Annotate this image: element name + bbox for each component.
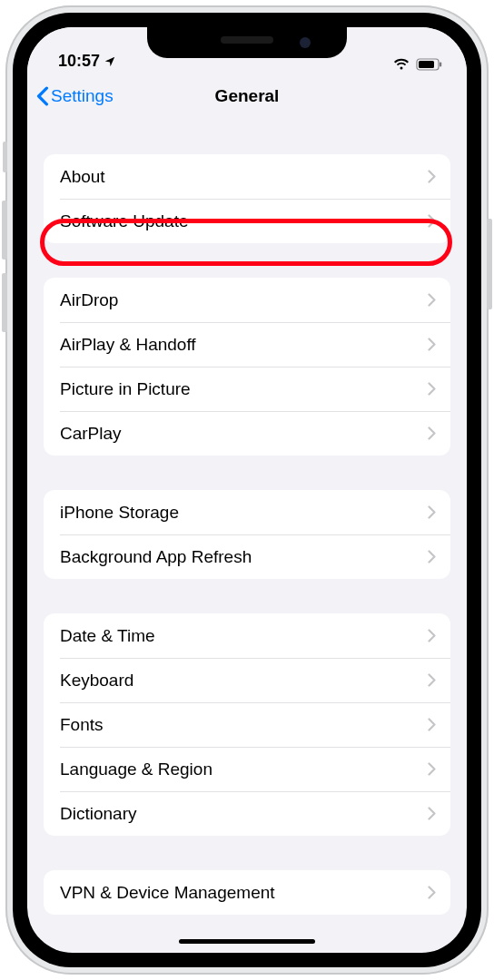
- row-about[interactable]: About: [44, 154, 450, 199]
- row-label: iPhone Storage: [60, 503, 179, 523]
- status-time: 10:57: [58, 52, 100, 71]
- row-date-time[interactable]: Date & Time: [44, 613, 450, 658]
- row-label: AirDrop: [60, 290, 118, 310]
- phone-frame: 10:57: [5, 5, 489, 975]
- chevron-right-icon: [428, 505, 436, 519]
- row-label: Dictionary: [60, 804, 136, 824]
- status-icons: [392, 58, 443, 71]
- chevron-right-icon: [428, 382, 436, 396]
- chevron-right-icon: [428, 718, 436, 731]
- row-vpn-device-management[interactable]: VPN & Device Management: [44, 870, 450, 915]
- row-label: AirPlay & Handoff: [60, 335, 196, 355]
- chevron-right-icon: [428, 214, 436, 228]
- row-label: Language & Region: [60, 760, 212, 779]
- row-dictionary[interactable]: Dictionary: [44, 791, 450, 836]
- row-label: Date & Time: [60, 626, 155, 646]
- row-airplay-handoff[interactable]: AirPlay & Handoff: [44, 322, 450, 367]
- chevron-right-icon: [428, 886, 436, 899]
- home-indicator[interactable]: [179, 939, 315, 944]
- settings-group: iPhone StorageBackground App Refresh: [44, 490, 450, 579]
- row-carplay[interactable]: CarPlay: [44, 411, 450, 456]
- row-iphone-storage[interactable]: iPhone Storage: [44, 490, 450, 534]
- back-button[interactable]: Settings: [36, 86, 114, 106]
- back-label: Settings: [51, 86, 114, 106]
- notch: [147, 27, 347, 58]
- svg-rect-1: [440, 63, 441, 67]
- row-label: Fonts: [60, 715, 104, 735]
- settings-group: Date & TimeKeyboardFontsLanguage & Regio…: [44, 613, 450, 836]
- chevron-right-icon: [428, 293, 436, 307]
- screen: 10:57: [27, 27, 467, 953]
- chevron-right-icon: [428, 629, 436, 642]
- volume-down-button: [2, 273, 7, 332]
- row-label: CarPlay: [60, 424, 122, 444]
- location-arrow-icon: [104, 55, 116, 68]
- battery-icon: [416, 58, 443, 71]
- page-title: General: [215, 86, 280, 106]
- row-airdrop[interactable]: AirDrop: [44, 278, 450, 322]
- row-label: VPN & Device Management: [60, 883, 275, 903]
- row-label: Picture in Picture: [60, 379, 191, 399]
- row-label: About: [60, 167, 105, 187]
- settings-group: AboutSoftware Update: [44, 154, 450, 243]
- chevron-left-icon: [36, 86, 49, 106]
- chevron-right-icon: [428, 807, 436, 820]
- settings-content: AboutSoftware UpdateAirDropAirPlay & Han…: [27, 154, 467, 915]
- row-background-app-refresh[interactable]: Background App Refresh: [44, 534, 450, 579]
- svg-rect-2: [419, 61, 434, 68]
- chevron-right-icon: [428, 673, 436, 687]
- navigation-bar: Settings General: [27, 73, 467, 120]
- speaker-grille: [221, 36, 273, 44]
- chevron-right-icon: [428, 550, 436, 564]
- settings-group: VPN & Device Management: [44, 870, 450, 915]
- row-picture-in-picture[interactable]: Picture in Picture: [44, 367, 450, 411]
- row-label: Software Update: [60, 211, 189, 231]
- settings-group: AirDropAirPlay & HandoffPicture in Pictu…: [44, 278, 450, 456]
- status-time-area: 10:57: [58, 52, 116, 71]
- mute-switch: [3, 142, 7, 172]
- row-label: Background App Refresh: [60, 547, 252, 567]
- row-fonts[interactable]: Fonts: [44, 702, 450, 747]
- row-language-region[interactable]: Language & Region: [44, 747, 450, 791]
- wifi-icon: [392, 58, 410, 71]
- row-keyboard[interactable]: Keyboard: [44, 658, 450, 702]
- chevron-right-icon: [428, 762, 436, 776]
- row-label: Keyboard: [60, 671, 133, 691]
- front-camera: [300, 37, 311, 48]
- row-software-update[interactable]: Software Update: [44, 199, 450, 243]
- volume-up-button: [2, 201, 7, 260]
- phone-bezel: 10:57: [13, 13, 481, 967]
- chevron-right-icon: [428, 426, 436, 440]
- chevron-right-icon: [428, 170, 436, 183]
- power-button: [487, 219, 492, 309]
- chevron-right-icon: [428, 338, 436, 351]
